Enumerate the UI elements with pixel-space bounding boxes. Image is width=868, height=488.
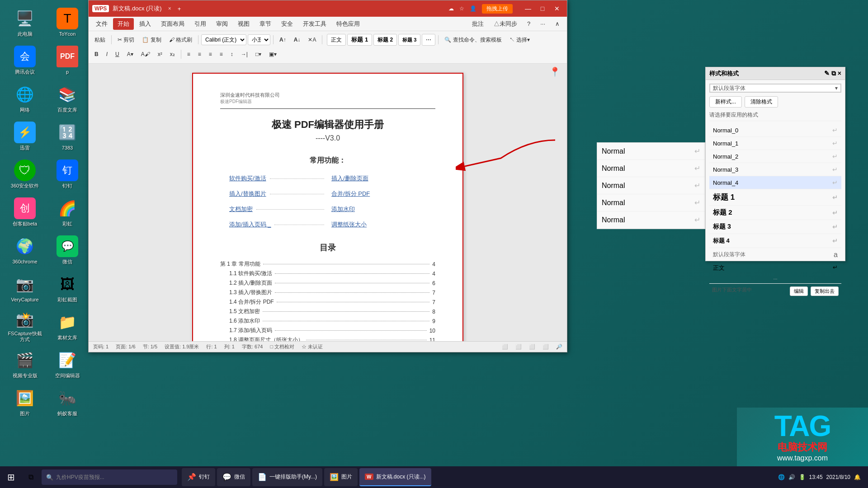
feature-left-3[interactable]: 文档加密 (229, 205, 324, 213)
menu-home[interactable]: 开始 (113, 18, 134, 30)
style-item-normal4[interactable]: Normal_4 ↵ (709, 176, 841, 189)
style-item-heading4[interactable]: 标题 4 ↵ (709, 234, 841, 248)
style-h1-btn[interactable]: 标题 1 (347, 34, 372, 46)
indent-button[interactable]: →| (238, 48, 251, 60)
taskbar-search-box[interactable]: 🔍 九价HPV疫苗预报... (42, 469, 177, 485)
desktop-icon-dingding[interactable]: 钉 钉钉 (47, 156, 88, 192)
desktop-icon-360chrome[interactable]: 🌍 360chrome (5, 232, 45, 268)
select-button[interactable]: ↖ 选择▾ (506, 34, 533, 46)
style-item-normal3[interactable]: Normal_3 ↵ (709, 163, 841, 176)
menu-devtools[interactable]: 开发工具 (298, 18, 331, 30)
highlight-button[interactable]: A🖌 (138, 48, 153, 60)
desktop-icon-computer[interactable]: 🖥️ 此电脑 (5, 5, 45, 41)
menu-pagelayout[interactable]: 页面布局 (156, 18, 189, 30)
desktop-icon-tencent-meeting[interactable]: 会 腾讯会议 (5, 42, 45, 79)
desktop-icon-caihong[interactable]: 🌈 彩虹 (47, 194, 88, 230)
minimize-button[interactable]: — (522, 3, 534, 14)
desktop-icon-360[interactable]: 🛡 360安全软件 (5, 156, 45, 192)
desktop-icon-editor[interactable]: 📝 空间编辑器 (47, 346, 88, 382)
align-left-button[interactable]: ≡ (184, 48, 193, 60)
panel-close-icon[interactable]: × (838, 70, 841, 77)
bold-button[interactable]: B (91, 48, 102, 60)
menu-review[interactable]: 审阅 (212, 18, 232, 30)
panel-pencil-icon[interactable]: ✎ (824, 70, 830, 77)
feature-right-4[interactable]: 调整纸张大小 (331, 221, 426, 229)
desktop-icon-xunlei[interactable]: ⚡ 迅雷 (5, 118, 45, 155)
cut-button[interactable]: ✂ 剪切 (114, 34, 137, 46)
style-item-normal-text[interactable]: 正文 ↵ (709, 262, 841, 274)
style-h3-btn[interactable]: 标题 3 (398, 34, 420, 46)
desktop-icon-sucai[interactable]: 📁 素材文库 (47, 308, 88, 344)
desktop-icon-pdf[interactable]: PDF p (47, 42, 88, 79)
style-item-normal0[interactable]: Normal_0 ↵ (709, 124, 841, 137)
style-item-normal1[interactable]: Normal_1 ↵ (709, 137, 841, 150)
menu-collapse[interactable]: ∧ (551, 19, 564, 29)
find-button[interactable]: 🔍 查找命令、搜索模板 (441, 34, 505, 46)
font-family-select[interactable]: Calibri (正文) (201, 34, 246, 45)
desktop-icon-verycapture[interactable]: 📷 VeryCapture (5, 270, 45, 306)
paste-button[interactable]: 粘贴 (91, 34, 108, 46)
desktop-icon-network[interactable]: 🌐 网络 (5, 80, 45, 117)
desktop-icon-7383[interactable]: 🔢 7383 (47, 118, 88, 155)
clear-format-button[interactable]: ✕A (305, 34, 319, 46)
status-view-draft[interactable]: ⬜ (542, 344, 549, 350)
new-style-btn[interactable]: 新样式... (709, 96, 742, 108)
normal-item-row3[interactable]: Normal ↵ (597, 177, 705, 194)
feature-left-1[interactable]: 软件购买/激活 (229, 174, 324, 183)
status-view-outline[interactable]: ⬜ (529, 344, 535, 350)
align-center-button[interactable]: ≡ (195, 48, 204, 60)
border-button[interactable]: □▾ (252, 48, 264, 60)
normal-item-row4[interactable]: Normal ↵ (597, 194, 705, 211)
feature-left-4[interactable]: 添加/插入页码 _ (229, 221, 324, 229)
status-view-print[interactable]: ⬜ (502, 344, 508, 350)
feature-right-3[interactable]: 添加水印 (331, 205, 426, 213)
font-shrink-button[interactable]: A↓ (291, 34, 304, 46)
desktop-icon-baidu[interactable]: 📚 百度文库 (47, 80, 88, 117)
font-size-select[interactable]: 小五 (248, 34, 270, 45)
menu-chapter[interactable]: 章节 (255, 18, 276, 30)
edit-button[interactable]: 编辑 (790, 286, 808, 296)
maximize-button[interactable]: □ (536, 3, 549, 14)
notification-icon[interactable]: 🔔 (854, 474, 861, 480)
menu-more[interactable]: ··· (536, 19, 550, 29)
desktop-icon-wechat[interactable]: 💬 微信 (47, 232, 88, 268)
style-item-normal2[interactable]: Normal_2 ↵ (709, 150, 841, 163)
wps-share-btn[interactable]: 拖拽上传 (482, 4, 513, 14)
clear-format-btn[interactable]: 清除格式 (745, 96, 778, 108)
feature-left-2[interactable]: 插入/替换图片 (229, 190, 324, 198)
desktop-icon-toycon[interactable]: T ToYcon (47, 5, 88, 41)
copy-out-button[interactable]: 复制出去 (811, 286, 839, 296)
font-grow-button[interactable]: A↑ (276, 34, 289, 46)
desktop-icon-video[interactable]: 🎬 视频专业版 (5, 346, 45, 382)
superscript-button[interactable]: x² (155, 48, 165, 60)
panel-resize-icon[interactable]: ⧉ (831, 70, 836, 77)
desktop-icon-fscapture[interactable]: 📸 FSCapture快截方式 (5, 308, 45, 344)
more-styles-btn[interactable]: ⋯ (422, 34, 435, 46)
taskbar-yijian[interactable]: 📄 一键排版助手(My...) (252, 468, 322, 486)
menu-file[interactable]: 文件 (91, 18, 112, 30)
menu-reference[interactable]: 引用 (190, 18, 211, 30)
format-paint-button[interactable]: 🖌 格式刷 (166, 34, 195, 46)
menu-security[interactable]: 安全 (277, 18, 297, 30)
subscript-button[interactable]: x₂ (167, 48, 178, 60)
close-button[interactable]: ✕ (551, 3, 563, 14)
desktop-icon-mayi[interactable]: 🐜 蚂蚁客服 (47, 384, 88, 420)
style-selector-combo[interactable]: 默认段落字体 ▾ (709, 84, 841, 93)
menu-insert[interactable]: 插入 (135, 18, 156, 30)
normal-item-row2[interactable]: Normal ↵ (597, 160, 705, 177)
copy-button[interactable]: 📋 复制 (139, 34, 164, 46)
taskbar-wechat[interactable]: 💬 微信 (217, 468, 250, 486)
style-item-heading1[interactable]: 标题 1 ↵ (709, 189, 841, 206)
desktop-icon-rainbow-screenshot[interactable]: 🖼 彩虹截图 (47, 270, 88, 306)
desktop-icon-pictures[interactable]: 🖼️ 图片 (5, 384, 45, 420)
status-zoom[interactable]: 🔎 (556, 344, 562, 350)
line-spacing-button[interactable]: ↕ (227, 48, 236, 60)
combo-dropdown-icon[interactable]: ▾ (835, 85, 838, 91)
taskbar-dingding[interactable]: 📌 钉钉 (182, 468, 215, 486)
menu-view[interactable]: 视图 (233, 18, 254, 30)
start-button[interactable]: ⊞ (0, 466, 22, 488)
menu-help[interactable]: ? (523, 19, 535, 29)
underline-button[interactable]: U (112, 48, 123, 60)
menu-comment[interactable]: 批注 (467, 18, 488, 30)
style-item-heading3[interactable]: 标题 3 ↵ (709, 220, 841, 234)
